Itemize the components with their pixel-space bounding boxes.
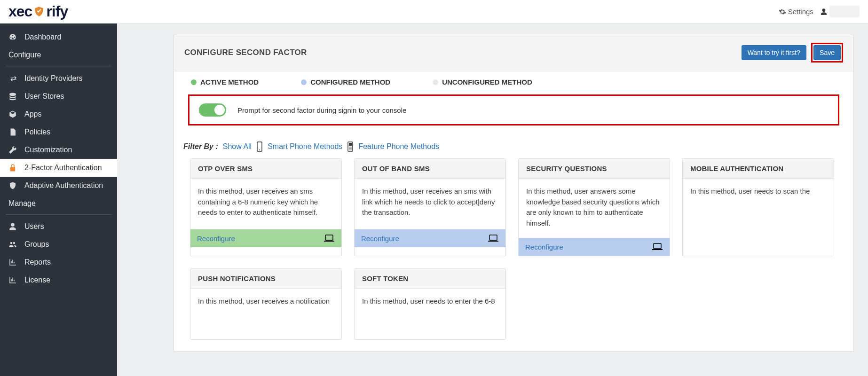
- sidebar-item-adaptive-auth[interactable]: Adaptive Authentication: [0, 177, 117, 195]
- user-icon: [820, 8, 828, 16]
- legend-unconfigured: UNCONFIGURED METHOD: [442, 78, 532, 86]
- sidebar-item-2fa[interactable]: 2-Factor Authentication: [0, 159, 117, 177]
- legend-configured: CONFIGURED METHOD: [310, 78, 390, 86]
- dot-unconfigured-icon: [433, 79, 438, 85]
- card-grid: OTP OVER SMSIn this method, user receive…: [174, 158, 853, 351]
- card-description: In this method, user receives an sms wit…: [355, 179, 505, 229]
- logo-text-pre: xec: [8, 3, 32, 20]
- dashboard-icon: [8, 33, 18, 41]
- card-title: OUT OF BAND SMS: [355, 159, 505, 179]
- try-it-button[interactable]: Want to try it first?: [742, 45, 806, 60]
- svg-rect-16: [488, 241, 498, 242]
- shield-icon: [8, 181, 18, 190]
- svg-point-10: [349, 149, 350, 150]
- sidebar-section-manage: Manage: [0, 195, 117, 212]
- svg-rect-17: [654, 243, 661, 249]
- card-footer: Reconfigure: [190, 229, 341, 247]
- database-icon: [8, 92, 18, 101]
- card-description: In this method, user receives an sms con…: [190, 179, 341, 229]
- reconfigure-link[interactable]: Reconfigure: [525, 243, 563, 251]
- filter-row: Filter By : Show All Smart Phone Methods…: [174, 129, 853, 158]
- logo-text-post: rify: [46, 3, 68, 20]
- method-card: SECURITY QUESTIONSIn this method, user a…: [518, 158, 670, 256]
- sidebar-item-label: Customization: [24, 146, 72, 154]
- sidebar-item-groups[interactable]: Groups: [0, 235, 117, 253]
- divider: [6, 214, 111, 215]
- prompt-toggle[interactable]: [199, 103, 226, 117]
- svg-point-7: [349, 148, 350, 149]
- svg-point-8: [350, 148, 351, 149]
- panel: CONFIGURE SECOND FACTOR Want to try it f…: [174, 34, 854, 352]
- sidebar-item-users[interactable]: Users: [0, 218, 117, 235]
- svg-rect-3: [349, 143, 352, 146]
- dot-active-icon: [191, 79, 197, 85]
- card-description: In this method, user needs to enter the …: [355, 289, 505, 339]
- card-title: PUSH NOTIFICATIONS: [190, 269, 341, 289]
- sidebar-item-policies[interactable]: Policies: [0, 123, 117, 141]
- cube-icon: [8, 110, 18, 118]
- svg-point-12: [351, 149, 352, 150]
- card-footer: Reconfigure: [355, 229, 505, 247]
- divider: [6, 66, 111, 66]
- smartphone-icon: [256, 141, 263, 152]
- card-title: SOFT TOKEN: [355, 269, 505, 289]
- sidebar-item-label: Apps: [24, 110, 41, 118]
- sidebar-item-reports[interactable]: Reports: [0, 253, 117, 271]
- dot-configured-icon: [301, 79, 307, 85]
- card-description: In this method, user answers some knowle…: [519, 179, 670, 238]
- svg-point-6: [351, 147, 352, 148]
- save-button[interactable]: Save: [813, 45, 841, 60]
- filter-feature-phone[interactable]: Feature Phone Methods: [358, 142, 439, 151]
- method-card: SOFT TOKENIn this method, user needs to …: [354, 268, 506, 340]
- sidebar-item-label: Users: [24, 222, 44, 231]
- panel-header: CONFIGURE SECOND FACTOR Want to try it f…: [174, 34, 853, 71]
- user-menu[interactable]: [820, 6, 860, 17]
- user-name: [829, 6, 860, 17]
- method-card: OUT OF BAND SMSIn this method, user rece…: [354, 158, 506, 256]
- card-description: In this method, user receives a notifica…: [190, 289, 341, 339]
- sidebar-item-label: 2-Factor Authentication: [24, 164, 102, 172]
- reconfigure-link[interactable]: Reconfigure: [197, 235, 235, 243]
- sidebar-item-apps[interactable]: Apps: [0, 105, 117, 123]
- sidebar-item-identity-providers[interactable]: ⇄ Identity Providers: [0, 69, 117, 87]
- sidebar-item-label: License: [24, 276, 50, 284]
- method-card: OTP OVER SMSIn this method, user receive…: [190, 158, 342, 256]
- toggle-knob: [214, 105, 225, 115]
- sidebar: Dashboard Configure ⇄ Identity Providers…: [0, 24, 117, 376]
- card-title: MOBILE AUTHENTICATION: [683, 159, 834, 179]
- highlight-save: Save: [811, 43, 843, 63]
- sidebar-item-license[interactable]: License: [0, 271, 117, 289]
- laptop-icon: [324, 234, 335, 243]
- logo: xec rify: [8, 3, 68, 20]
- gear-icon: [779, 8, 786, 16]
- prompt-label: Prompt for second factor during signin t…: [237, 106, 406, 114]
- shield-check-icon: [33, 6, 45, 18]
- card-title: OTP OVER SMS: [190, 159, 341, 179]
- svg-point-11: [350, 149, 351, 150]
- sidebar-item-label: Policies: [24, 128, 50, 136]
- main: CONFIGURE SECOND FACTOR Want to try it f…: [117, 24, 868, 376]
- sidebar-item-customization[interactable]: Customization: [0, 141, 117, 159]
- chart-icon: [8, 258, 18, 266]
- sidebar-item-dashboard[interactable]: Dashboard: [0, 28, 117, 46]
- filter-show-all[interactable]: Show All: [223, 142, 252, 151]
- card-title: SECURITY QUESTIONS: [519, 159, 670, 179]
- sidebar-item-label: Groups: [24, 240, 49, 249]
- settings-link[interactable]: Settings: [779, 8, 813, 16]
- svg-rect-14: [324, 241, 334, 242]
- filter-smart-phone[interactable]: Smart Phone Methods: [268, 142, 342, 151]
- svg-point-1: [259, 149, 260, 150]
- method-card: MOBILE AUTHENTICATIONIn this method, use…: [682, 158, 834, 256]
- sidebar-item-label: Adaptive Authentication: [24, 181, 103, 190]
- svg-point-5: [350, 147, 351, 148]
- svg-point-4: [349, 147, 350, 148]
- sidebar-item-user-stores[interactable]: User Stores: [0, 87, 117, 105]
- laptop-icon: [488, 234, 499, 243]
- highlight-prompt-row: Prompt for second factor during signin t…: [188, 94, 839, 125]
- sidebar-section-configure: Configure: [0, 46, 117, 64]
- svg-point-9: [351, 148, 352, 149]
- card-description: In this method, user needs to scan the: [683, 179, 834, 229]
- reconfigure-link[interactable]: Reconfigure: [361, 235, 399, 243]
- feature-phone-icon: [347, 141, 354, 152]
- chart-icon: [8, 276, 18, 284]
